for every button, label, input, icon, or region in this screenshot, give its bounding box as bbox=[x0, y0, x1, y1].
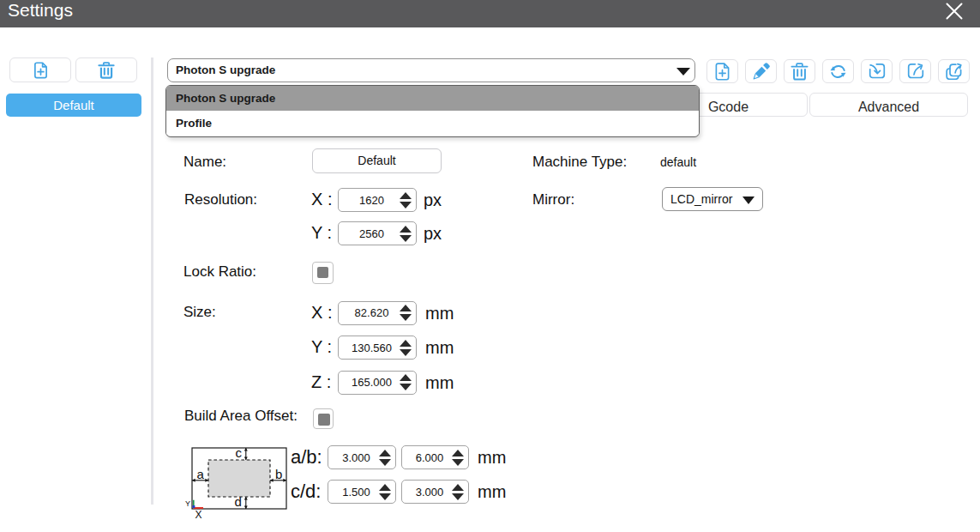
svg-text:X: X bbox=[195, 509, 202, 521]
svg-text:d: d bbox=[235, 494, 242, 509]
svg-text:b: b bbox=[275, 467, 282, 481]
svg-text:a: a bbox=[197, 467, 205, 481]
svg-text:c: c bbox=[236, 445, 243, 460]
svg-text:Y: Y bbox=[185, 499, 190, 508]
